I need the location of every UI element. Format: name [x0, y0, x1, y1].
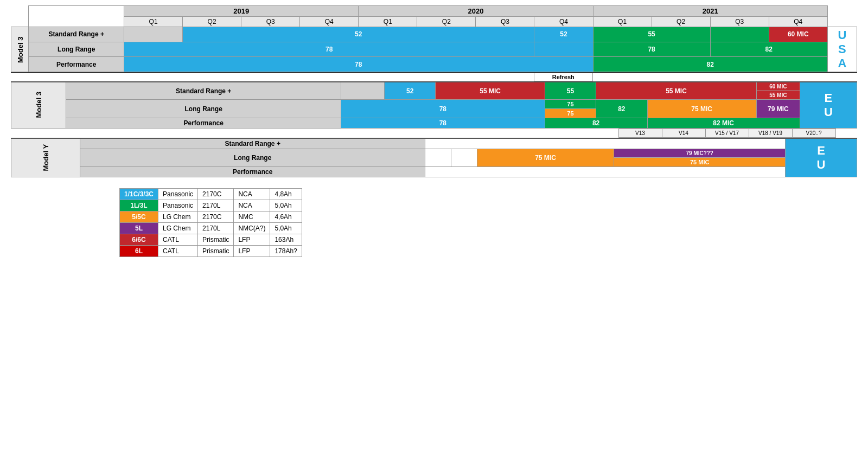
legend-manufacturer-2: LG Chem: [158, 211, 198, 223]
legend-row-2: 5/5C LG Chem 2170C NMC 4,6Ah: [120, 211, 302, 223]
m3-usa-sr-green: 55: [593, 27, 710, 42]
m3-usa-sr-blue: 52: [183, 27, 534, 42]
my-eu-lr-yellow: 75 MIC: [477, 149, 614, 167]
m3-eu-lr-blue: 78: [341, 100, 545, 118]
m3-eu-lr-green-top: 75: [545, 100, 596, 109]
m3-usa-perf-row: Performance 78 82: [11, 57, 857, 72]
legend-row-5: 6L CATL Prismatic LFP 178Ah?: [120, 246, 302, 257]
perf-label-usa: Performance: [29, 57, 124, 72]
legend-chemistry-0: NCA: [234, 189, 270, 200]
m3-eu-sr-blue: 52: [384, 82, 435, 100]
lr-label-usa: Long Range: [29, 42, 124, 57]
m3-usa-lr-green1: 78: [593, 42, 710, 57]
legend-capacity-5: 178Ah?: [270, 246, 302, 257]
model3-label-usa: Model 3: [11, 27, 29, 72]
version-v13: V13: [618, 129, 662, 138]
legend-color-1: 1L/3L: [120, 200, 158, 211]
m3-eu-lr-row: Long Range 78 75 75 82 75 MIC 79 MIC: [11, 100, 857, 118]
m3-eu-lr-green2: 82: [596, 100, 647, 118]
m3-eu-lr-purple: 79 MIC: [756, 100, 800, 118]
eu-region-label-m3: EU: [800, 82, 857, 129]
legend-cell-0: 2170C: [198, 189, 234, 200]
legend-capacity-2: 4,6Ah: [270, 211, 302, 223]
legend-manufacturer-0: Panasonic: [158, 189, 198, 200]
usa-region-label: USA: [827, 27, 857, 72]
m3-usa-lr-green2: 82: [710, 42, 827, 57]
m3-eu-perf-blue: 78: [341, 118, 545, 129]
perf-label-eu: Performance: [66, 118, 341, 129]
modelY-label: Model Y: [11, 138, 80, 177]
m3-eu-sr-green: 55: [545, 82, 596, 100]
legend-capacity-1: 5,0Ah: [270, 200, 302, 211]
legend-color-2: 5/5C: [120, 211, 158, 223]
legend-cell-2: 2170C: [198, 211, 234, 223]
legend-row-0: 1/1C/3/3C Panasonic 2170C NCA 4,8Ah: [120, 189, 302, 200]
m3-eu-sr-bot-right: 55 MIC: [757, 91, 800, 99]
version-v14: V14: [662, 129, 705, 138]
legend-chemistry-2: NMC: [234, 211, 270, 223]
model3-label-eu: Model 3: [11, 82, 66, 129]
m3-usa-perf-green: 82: [593, 57, 827, 72]
m3-eu-sr-row: Model 3 Standard Range + 52 55 MIC 55 55…: [11, 82, 857, 100]
lr-label-eu: Long Range: [66, 100, 341, 118]
year-2021: 2021: [593, 6, 827, 17]
legend-manufacturer-4: CATL: [158, 234, 198, 246]
legend-color-3: 5L: [120, 223, 158, 234]
version-v15-v17: V15 / V17: [705, 129, 749, 138]
m3-eu-sr-red2: 55 MIC: [596, 82, 757, 100]
my-eu-sr-row: Model Y Standard Range + EU: [11, 138, 857, 149]
my-eu-lr-purple: 79 MIC???: [614, 149, 785, 158]
m3-usa-sr-row: Model 3 Standard Range + 52 52 55 60 MIC…: [11, 27, 857, 42]
legend-cell-5: Prismatic: [198, 246, 234, 257]
sr-label-eu: Standard Range +: [66, 82, 341, 100]
m3-usa-lr-blue: 78: [124, 42, 534, 57]
version-v20: V20..?: [792, 129, 835, 138]
my-eu-perf-row: Performance: [11, 167, 857, 177]
lr-label-my: Long Range: [80, 149, 425, 167]
model3-usa-table: 2019 2020 2021 Q1 Q2 Q3 Q4 Q1 Q2 Q3 Q4 Q…: [11, 5, 857, 72]
legend-color-4: 6/6C: [120, 234, 158, 246]
legend-chemistry-4: LFP: [234, 234, 270, 246]
legend-table: 1/1C/3/3C Panasonic 2170C NCA 4,8Ah 1L/3…: [119, 188, 302, 257]
year-2020: 2020: [359, 6, 593, 17]
version-table: V13 V14 V15 / V17 V18 / V19 V20..?: [11, 129, 857, 138]
sr-label-usa: Standard Range +: [29, 27, 124, 42]
m3-eu-sr-red1: 55 MIC: [436, 82, 545, 100]
legend-chemistry-3: NMC(A?): [234, 223, 270, 234]
perf-label-my: Performance: [80, 167, 425, 177]
m3-eu-lr-yellow: 75: [545, 109, 596, 118]
legend-row-1: 1L/3L Panasonic 2170L NCA 5,0Ah: [120, 200, 302, 211]
m3-usa-perf-blue: 78: [124, 57, 593, 72]
legend-chemistry-1: NCA: [234, 200, 270, 211]
m3-eu-perf-green2: 82 MIC: [647, 118, 800, 129]
legend-row-3: 5L LG Chem 2170L NMC(A?) 5,0Ah: [120, 223, 302, 234]
legend-cell-3: 2170L: [198, 223, 234, 234]
legend-capacity-4: 163Ah: [270, 234, 302, 246]
year-2019: 2019: [124, 6, 359, 17]
m3-eu-perf-green: 82: [545, 118, 647, 129]
modelY-eu-table: Model Y Standard Range + EU Long Range 7…: [11, 138, 857, 177]
legend-manufacturer-3: LG Chem: [158, 223, 198, 234]
m3-usa-sr-q4: 52: [534, 27, 593, 42]
sr-label-my: Standard Range +: [80, 138, 425, 149]
legend-capacity-0: 4,8Ah: [270, 189, 302, 200]
my-eu-lr-row: Long Range 75 MIC 79 MIC??? 75 MIC: [11, 149, 857, 167]
m3-usa-lr-row: Long Range 78 78 82: [11, 42, 857, 57]
legend-color-5: 6L: [120, 246, 158, 257]
m3-eu-sr-top-right: 60 MIC: [757, 82, 800, 91]
refresh-row-table: Refresh: [11, 72, 857, 81]
m3-usa-sr-red: 60 MIC: [769, 27, 827, 42]
legend-row-4: 6/6C CATL Prismatic LFP 163Ah: [120, 234, 302, 246]
m3-eu-lr-yellow2: 75 MIC: [647, 100, 756, 118]
legend-color-0: 1/1C/3/3C: [120, 189, 158, 200]
legend-manufacturer-5: CATL: [158, 246, 198, 257]
legend-cell-4: Prismatic: [198, 234, 234, 246]
eu-region-label-my: EU: [786, 138, 857, 177]
my-eu-lr-yellow2: 75 MIC: [614, 158, 785, 166]
version-v18-v19: V18 / V19: [749, 129, 792, 138]
legend-capacity-3: 5,0Ah: [270, 223, 302, 234]
legend-chemistry-5: LFP: [234, 246, 270, 257]
model3-eu-table: Model 3 Standard Range + 52 55 MIC 55 55…: [11, 81, 857, 129]
legend-cell-1: 2170L: [198, 200, 234, 211]
main-container: 2019 2020 2021 Q1 Q2 Q3 Q4 Q1 Q2 Q3 Q4 Q…: [11, 5, 857, 257]
